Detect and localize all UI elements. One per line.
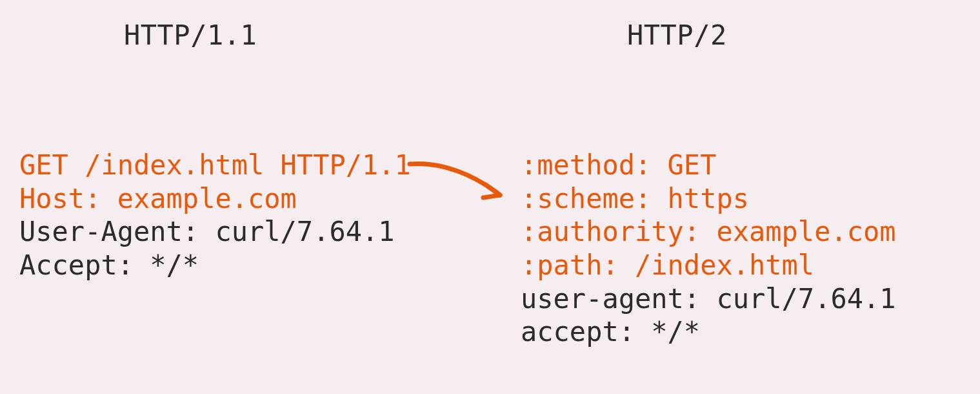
http2-line-5: accept: */*: [521, 315, 896, 349]
http2-line-0: :method: GET: [521, 149, 896, 182]
http2-request-block: :method: GET:scheme: https:authority: ex…: [521, 149, 896, 349]
http2-line-1: :scheme: https: [521, 182, 896, 216]
http2-line-4: user-agent: curl/7.64.1: [521, 282, 896, 316]
http11-line-3: Accept: */*: [19, 249, 411, 282]
http11-line-0: GET /index.html HTTP/1.1: [19, 149, 411, 182]
http2-line-2: :authority: example.com: [521, 215, 896, 249]
arrow-icon: [405, 155, 508, 213]
http11-line-2: User-Agent: curl/7.64.1: [19, 215, 411, 249]
http11-request-block: GET /index.html HTTP/1.1Host: example.co…: [19, 149, 411, 282]
diagram-canvas: HTTP/1.1 HTTP/2 GET /index.html HTTP/1.1…: [0, 0, 980, 394]
heading-http11: HTTP/1.1: [124, 19, 257, 51]
heading-http2: HTTP/2: [627, 19, 727, 51]
http2-line-3: :path: /index.html: [521, 249, 896, 282]
http11-line-1: Host: example.com: [19, 182, 411, 216]
